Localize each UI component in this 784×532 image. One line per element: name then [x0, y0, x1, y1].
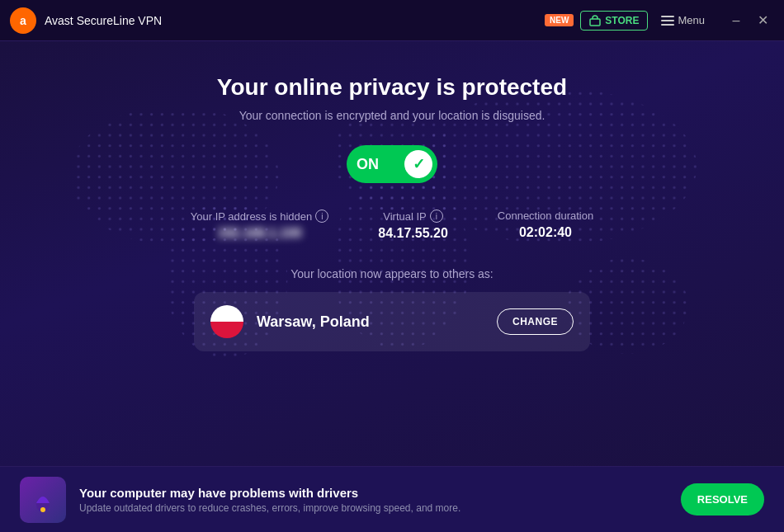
- main-subtitle: Your connection is encrypted and your lo…: [239, 109, 545, 122]
- resolve-button[interactable]: RESOLVE: [681, 483, 764, 516]
- driver-warning-icon: !: [30, 487, 56, 513]
- stat-connection-duration-text: Connection duration: [498, 210, 593, 222]
- new-badge: NEW: [545, 14, 574, 26]
- store-button[interactable]: STORE: [580, 11, 648, 31]
- location-label: Your location now appears to others as:: [290, 267, 493, 280]
- menu-icon: [661, 16, 674, 26]
- banner-icon-wrap: !: [20, 477, 66, 523]
- flag-red-stripe: [210, 322, 243, 338]
- stats-row: Your IP address is hidden i 192.168.1.10…: [191, 210, 593, 241]
- virtual-ip-info-icon[interactable]: i: [430, 210, 443, 223]
- main-content: Your online privacy is protected Your co…: [0, 41, 784, 466]
- svg-rect-3: [661, 16, 674, 17]
- svg-rect-2: [590, 19, 600, 26]
- location-name: Warsaw, Poland: [257, 313, 484, 331]
- content-area: Your online privacy is protected Your co…: [0, 41, 784, 466]
- toggle-check-icon: ✓: [404, 150, 432, 178]
- bottom-banner: ! Your computer may have problems with d…: [0, 466, 784, 532]
- titlebar-actions: NEW STORE Menu – ✕: [545, 9, 774, 32]
- close-button[interactable]: ✕: [751, 9, 774, 32]
- ip-hidden-info-icon[interactable]: i: [315, 210, 328, 223]
- svg-text:!: !: [42, 506, 45, 513]
- location-card: Warsaw, Poland CHANGE: [194, 292, 590, 351]
- banner-text-area: Your computer may have problems with dri…: [79, 486, 668, 514]
- check-mark: ✓: [413, 155, 425, 173]
- stat-virtual-ip-label: Virtual IP i: [383, 210, 443, 223]
- toggle-label: ON: [357, 156, 379, 173]
- main-title: Your online privacy is protected: [217, 74, 567, 101]
- app-title: Avast SecureLine VPN: [45, 14, 545, 27]
- titlebar: a Avast SecureLine VPN NEW STORE Menu – …: [0, 0, 784, 41]
- svg-rect-4: [661, 20, 674, 21]
- banner-subtitle: Update outdated drivers to reduce crashe…: [79, 502, 668, 514]
- toggle-container: ON ✓: [347, 145, 437, 183]
- vpn-toggle[interactable]: ON ✓: [347, 145, 437, 183]
- flag-white-stripe: [210, 305, 243, 322]
- store-icon: [589, 15, 601, 26]
- stat-ip-hidden: Your IP address is hidden i 192.168.1.10…: [191, 210, 328, 241]
- poland-flag-icon: [210, 305, 243, 338]
- avast-logo: a: [10, 7, 36, 34]
- svg-text:a: a: [20, 14, 26, 27]
- banner-title: Your computer may have problems with dri…: [79, 486, 668, 500]
- minimize-button[interactable]: –: [725, 9, 748, 32]
- stat-virtual-ip-value: 84.17.55.20: [378, 226, 448, 241]
- stat-connection-duration-label: Connection duration: [498, 210, 593, 222]
- change-location-button[interactable]: CHANGE: [497, 308, 574, 335]
- menu-button[interactable]: Menu: [654, 11, 711, 30]
- stat-connection-duration: Connection duration 02:02:40: [498, 210, 593, 240]
- stat-virtual-ip-text: Virtual IP: [383, 210, 427, 223]
- window-controls: – ✕: [725, 9, 774, 32]
- store-label: STORE: [605, 15, 639, 26]
- stat-ip-hidden-text: Your IP address is hidden: [191, 210, 312, 223]
- stat-ip-hidden-value: 192.168.1.100: [217, 226, 301, 241]
- stat-connection-duration-value: 02:02:40: [519, 225, 572, 240]
- stat-virtual-ip: Virtual IP i 84.17.55.20: [378, 210, 448, 241]
- svg-rect-5: [661, 24, 674, 26]
- banner-driver-icon: !: [20, 477, 66, 523]
- stat-ip-hidden-label: Your IP address is hidden i: [191, 210, 328, 223]
- menu-label: Menu: [678, 14, 705, 26]
